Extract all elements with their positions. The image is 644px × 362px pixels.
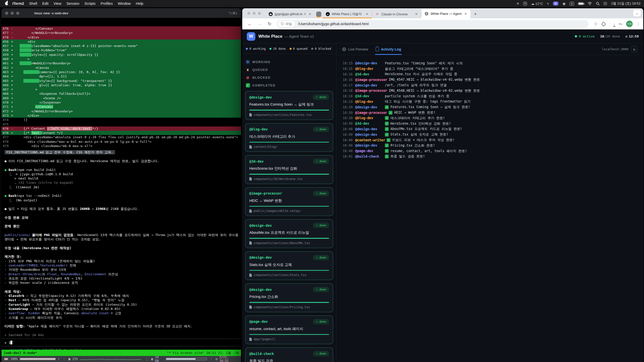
chrome-window-controls[interactable]	[244, 8, 266, 18]
browser-tab-2[interactable]: ▲White Place | 개발자 블로그 & 포✕	[323, 10, 372, 18]
close-window-button[interactable]	[5, 12, 8, 15]
task-card[interactable]: @design-dev✓ doneAboutMe.tsx 프로젝트 카드로 리뉴…	[245, 219, 333, 248]
stat-done: 10 done	[269, 47, 286, 51]
close-tab-icon[interactable]: ✕	[365, 12, 369, 16]
info-icon[interactable]: ⓘ	[281, 22, 284, 26]
menu-edit[interactable]: Edit	[42, 2, 49, 6]
task-card[interactable]: @design-dev✓ doneFeatures.tsx Coming Soo…	[245, 91, 333, 120]
bolt-icon[interactable]: ϟ	[547, 2, 549, 6]
task-card[interactable]: @design-dev✓ doneStats.tsx 실제 숫자로 교체comp…	[245, 251, 333, 280]
terminal-prompt[interactable]: > 1	[2, 339, 241, 346]
terminal-line	[5, 211, 241, 215]
charging-bolt-icon: ⚡	[58, 357, 60, 361]
tab-search-chevron[interactable]: ⌄	[633, 10, 641, 16]
menu-scripts[interactable]: Scripts	[85, 2, 96, 6]
back-button[interactable]: ←	[245, 20, 254, 28]
close-tab-icon[interactable]: ✕	[414, 12, 419, 16]
card-title: AboutMe.tsx 프로젝트 카드로 리뉴얼	[249, 230, 329, 235]
menu-window[interactable]: Window	[118, 2, 131, 6]
card-file-path: components/sections/Stats.tsx	[249, 273, 329, 277]
menu-profiles[interactable]: Profiles	[101, 2, 113, 6]
close-tab-icon[interactable]: ✕	[463, 12, 468, 16]
log-row: 18:18@3d-devparticle system 스크롤 반응 추가 중	[343, 94, 637, 99]
app-logo: W	[247, 32, 255, 41]
menu-shell[interactable]: Shell	[29, 2, 37, 6]
address-bar[interactable]: ⓘ 파일 /Users/koharin/jjygo.github.io/dash…	[277, 20, 589, 28]
menu-view[interactable]: View	[54, 2, 61, 6]
search-icon[interactable]	[596, 2, 599, 5]
task-card[interactable]: @page-dev✓ doneresume, contact, art, too…	[245, 315, 333, 344]
task-card[interactable]: @image-processor✓ doneHEIC → WebP 변환publ…	[245, 187, 333, 216]
zoom-window-button[interactable]	[258, 12, 261, 15]
log-time: 18:39	[343, 111, 355, 115]
tab-live-preview[interactable]: Live Preview	[342, 43, 368, 55]
minimize-window-button[interactable]	[11, 12, 14, 15]
apple-menu-icon[interactable]	[5, 2, 8, 5]
extensions-icon[interactable]	[601, 22, 606, 26]
done-badge: ✓ done	[313, 95, 329, 100]
bookmark-star-icon[interactable]: ☆	[594, 21, 598, 27]
menu-app-name[interactable]: iTerm2	[12, 2, 24, 6]
terminal-line: > next build	[5, 176, 241, 180]
log-agent: @design-dev	[355, 133, 383, 137]
log-agent: @design-dev	[355, 83, 383, 87]
diff-line: 479 <div className="mb-8 max-w-xl">	[2, 144, 241, 148]
tab-activity-log[interactable]: Activity Log	[376, 43, 401, 55]
terminal-titlebar[interactable]: tmux new -s web-dev ⌥⌘1	[2, 8, 241, 18]
log-row: 18:16@3d-devHeroScene.tsx 커서 글로우 이펙트 작업 …	[343, 72, 637, 77]
task-card[interactable]: @design-dev✓ donePricing.tsx 간소화componen…	[245, 283, 333, 312]
terminal-line	[5, 242, 241, 246]
terminal-line: - 복잡한 hover scale / iridescence 로직	[5, 281, 241, 285]
new-tab-button[interactable]: +	[472, 11, 478, 17]
wifi-icon[interactable]	[588, 2, 592, 5]
record-icon[interactable]: ◉	[562, 2, 566, 6]
file-scheme-chip[interactable]: ⓘ 파일	[278, 21, 295, 27]
main-panel: Live Preview Activity Log localhost:3000…	[337, 43, 643, 362]
notion-icon[interactable]: N	[523, 2, 527, 6]
refresh-button[interactable]: ↻	[631, 46, 638, 53]
terminal-line: - GlassOrb – 작고 투명한(opacity 0.12) 기하학적 구…	[5, 294, 241, 298]
tmux-session[interactable]: [web-dev] 0:node*	[4, 351, 37, 355]
browser-tab-1[interactable]: jjygo/jjygo.github.io: 이것저것✕	[266, 10, 315, 18]
card-agent-name: @build-check	[249, 352, 274, 356]
reading-list-icon[interactable]: ≡♪	[619, 22, 623, 26]
log-agent: @content-writer	[355, 138, 385, 142]
terminal-line: 수정 내용 (HeroScene.tsx 완전 재작성)	[5, 246, 241, 250]
chrome-menu-icon[interactable]: ⋮	[636, 22, 640, 26]
terminal-content[interactable]: 476- </Canvas>477- </WebGLErrorBoundary>…	[2, 18, 241, 350]
tmux-status-bar: [web-dev] 0:node* "* Fix broken site" 18…	[2, 350, 241, 356]
card-file-path: public/images/white-setup/	[249, 209, 329, 213]
task-card[interactable]: @build-check✓ done최종 빌드 검증npm run build	[245, 347, 333, 362]
browser-tab-4[interactable]: White Place — Agent Team Da✕	[421, 9, 470, 18]
menu-session[interactable]: Session	[66, 2, 79, 6]
diff-line: 462+ <Canvas	[2, 66, 241, 70]
log-agent: @blog-dev	[355, 116, 383, 120]
minimize-window-button[interactable]	[253, 12, 256, 15]
progress-bar	[249, 110, 329, 111]
profile-avatar[interactable]: 지유	[626, 21, 633, 27]
diff-line: 476- </Canvas>	[2, 26, 241, 31]
close-tab-icon[interactable]: ✕	[308, 12, 312, 16]
task-card[interactable]: @blog-dev✓ done데스크테리어 카테고리 추가content/blo…	[245, 123, 333, 152]
weather-status[interactable]: ☁ 12°C	[531, 2, 543, 6]
terminal-line: 문제 원인	[5, 224, 241, 228]
menu-clock[interactable]: 2월 21일 (토) 18:52	[611, 1, 640, 6]
sparkle-icon[interactable]: ✳	[516, 2, 519, 6]
url-text[interactable]: /Users/koharin/jjygo.github.io/dashboard…	[298, 22, 369, 26]
task-card[interactable]: @3d-dev✓ doneHeroScene.tsx 인터랙션 강화compon…	[245, 155, 333, 184]
close-window-button[interactable]	[247, 12, 250, 15]
browser-tab-3[interactable]: ✳Claude in Chrome✕	[372, 10, 421, 18]
downloads-icon[interactable]: ↓	[613, 22, 615, 26]
diff-line: 477 <div className="absolute inset-0 z-1…	[2, 135, 241, 139]
screen-mirroring-icon[interactable]: ⧉	[553, 2, 559, 6]
input-source-icon[interactable]: 한	[570, 2, 574, 6]
menu-help[interactable]: Help	[136, 2, 143, 6]
forward-button[interactable]: →	[255, 20, 264, 28]
prompt-input[interactable]: 1	[9, 341, 11, 345]
iterm-status-bar: 100% ⚡ │ ▦ 22% │ ▥ 14 GB │ ◷ 2/21, 18:52	[2, 356, 241, 362]
tab-group-chip[interactable]	[316, 12, 321, 17]
battery-icon[interactable]	[578, 2, 584, 5]
reload-button[interactable]: ↻	[265, 20, 274, 28]
zoom-window-button[interactable]	[16, 12, 19, 15]
control-center-icon[interactable]	[603, 2, 607, 5]
